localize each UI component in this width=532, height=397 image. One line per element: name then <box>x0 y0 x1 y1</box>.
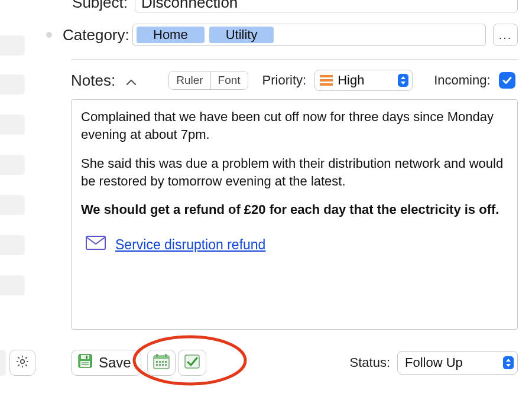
notes-label: Notes: <box>71 71 115 90</box>
ruler-button[interactable]: Ruler <box>169 71 210 89</box>
chevron-up-icon[interactable] <box>126 77 137 83</box>
category-field[interactable]: Home Utility <box>132 24 486 46</box>
mail-icon <box>86 236 106 255</box>
notes-paragraph-1: Complained that we have been cut off now… <box>81 108 508 144</box>
svg-rect-22 <box>162 361 164 363</box>
svg-rect-17 <box>154 356 169 359</box>
left-rail <box>0 0 34 397</box>
divider <box>71 59 518 60</box>
main-panel: Subject: Category: Home Utility ... Note… <box>34 0 532 397</box>
svg-rect-13 <box>80 361 90 367</box>
category-more-button[interactable]: ... <box>493 24 518 46</box>
settings-button[interactable] <box>9 350 35 376</box>
svg-rect-26 <box>162 364 164 366</box>
refund-link[interactable]: Service disruption refund <box>115 236 265 255</box>
category-row: Category: Home Utility ... <box>34 24 518 46</box>
status-value: Follow Up <box>405 355 503 370</box>
svg-line-8 <box>18 365 20 366</box>
svg-rect-28 <box>185 355 199 368</box>
category-tag-utility[interactable]: Utility <box>209 27 274 43</box>
svg-rect-23 <box>165 361 167 363</box>
status-label: Status: <box>350 355 390 370</box>
priority-label: Priority: <box>262 73 307 88</box>
dropdown-arrows-icon <box>503 356 514 369</box>
svg-rect-24 <box>156 364 158 366</box>
svg-line-7 <box>25 365 27 366</box>
calendar-button[interactable] <box>147 350 176 376</box>
priority-select[interactable]: High <box>314 70 413 91</box>
font-button[interactable]: Font <box>210 71 248 89</box>
notes-textarea[interactable]: Complained that we have been cut off now… <box>71 99 518 330</box>
dropdown-arrows-icon <box>398 74 408 87</box>
svg-line-6 <box>18 357 20 359</box>
save-button-label: Save <box>99 354 131 371</box>
ellipsis-icon: ... <box>499 28 512 42</box>
svg-rect-19 <box>165 354 167 357</box>
svg-point-1 <box>21 360 24 363</box>
notes-header-row: Notes: Ruler Font Priority: High Incomin… <box>71 70 518 91</box>
incoming-checkbox[interactable] <box>499 72 515 89</box>
svg-rect-27 <box>165 364 167 366</box>
svg-line-9 <box>25 357 27 359</box>
calendar-icon <box>153 353 170 372</box>
status-select[interactable]: Follow Up <box>397 351 518 375</box>
text-format-segmented: Ruler Font <box>168 71 248 90</box>
save-button[interactable]: Save <box>71 350 141 376</box>
priority-value: High <box>338 73 393 88</box>
svg-rect-21 <box>159 361 161 363</box>
checkmark-note-icon <box>183 353 201 372</box>
category-label: Category: <box>63 26 132 44</box>
svg-rect-11 <box>81 355 89 359</box>
category-tag-home[interactable]: Home <box>137 27 205 43</box>
svg-rect-12 <box>86 356 87 359</box>
category-indicator-dot <box>46 32 52 38</box>
subject-row: Subject: <box>34 0 518 13</box>
gear-icon <box>15 354 30 371</box>
incoming-label: Incoming: <box>434 73 490 88</box>
floppy-disk-icon <box>77 353 93 372</box>
svg-rect-25 <box>159 364 161 366</box>
svg-rect-20 <box>156 361 158 363</box>
subject-label: Subject: <box>34 0 135 12</box>
svg-rect-0 <box>86 236 105 249</box>
svg-rect-18 <box>156 354 158 357</box>
subject-input[interactable] <box>135 0 518 12</box>
bottom-toolbar: Save <box>0 349 518 377</box>
task-button[interactable] <box>178 350 206 376</box>
notes-paragraph-3: We should get a refund of £20 for each d… <box>81 201 508 219</box>
notes-attachment-row: Service disruption refund <box>81 236 508 255</box>
priority-high-icon <box>320 75 333 86</box>
status-wrap: Status: Follow Up <box>350 351 518 375</box>
notes-paragraph-2: She said this was due a problem with the… <box>81 155 508 191</box>
